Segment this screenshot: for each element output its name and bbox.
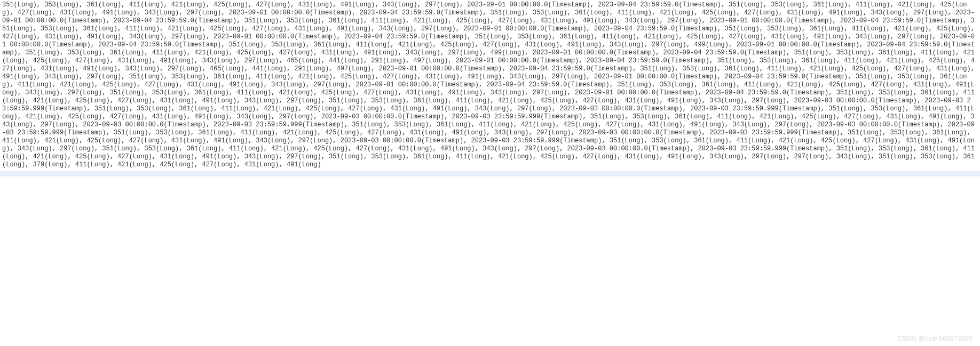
selection-bar bbox=[0, 171, 980, 176]
log-output: 351(Long), 353(Long), 361(Long), 411(Lon… bbox=[0, 0, 980, 169]
